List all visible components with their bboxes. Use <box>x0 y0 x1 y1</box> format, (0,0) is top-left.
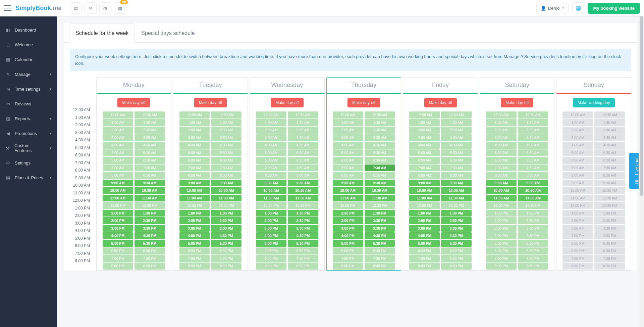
time-slot[interactable]: 11:00 AM <box>486 195 517 202</box>
time-slot[interactable]: 7:30 PM <box>365 255 395 262</box>
time-slot[interactable]: 2:30 PM <box>288 217 318 224</box>
time-slot[interactable]: 2:30 AM <box>518 127 548 134</box>
time-slot[interactable]: 7:00 PM <box>486 255 517 262</box>
time-slot[interactable]: 10:30 AM <box>594 187 625 194</box>
time-slot[interactable]: 2:00 PM <box>333 217 363 224</box>
time-slot[interactable]: 3:00 PM <box>179 225 210 232</box>
sidebar-item-manage[interactable]: ✎Manage▾ <box>0 67 57 82</box>
sidebar-item-dashboard[interactable]: ◧Dashboard <box>0 22 57 37</box>
time-slot[interactable]: 4:30 AM <box>518 142 548 149</box>
time-slot[interactable]: 12:00 PM <box>562 202 593 209</box>
time-slot[interactable]: 9:00 AM <box>103 180 133 187</box>
time-slot[interactable]: 5:00 PM <box>409 240 440 247</box>
time-slot[interactable]: 1:30 PM <box>594 210 625 217</box>
time-slot[interactable]: 5:00 PM <box>333 240 363 247</box>
time-slot[interactable]: 5:00 AM <box>409 149 440 156</box>
time-slot[interactable]: 12:30 PM <box>211 202 241 209</box>
time-slot[interactable]: 5:30 AM <box>594 149 625 156</box>
time-slot[interactable]: 7:30 AM <box>518 165 548 172</box>
sidebar-item-calendar[interactable]: ▦Calendar <box>0 52 57 67</box>
make-working-day-button[interactable]: Make working day <box>573 98 615 107</box>
time-slot[interactable]: 3:00 PM <box>256 225 286 232</box>
time-slot[interactable]: 1:00 PM <box>333 210 363 217</box>
time-slot[interactable]: 5:30 AM <box>288 149 318 156</box>
time-slot[interactable]: 6:00 PM <box>256 247 286 254</box>
time-slot[interactable]: 5:00 AM <box>256 149 286 156</box>
time-slot[interactable]: 2:00 PM <box>256 217 286 224</box>
time-slot[interactable]: 6:30 AM <box>288 157 318 164</box>
time-slot[interactable]: 8:00 AM <box>562 172 593 179</box>
time-slot[interactable]: 6:00 AM <box>409 157 440 164</box>
time-slot[interactable]: 7:00 AM <box>333 165 363 172</box>
time-slot[interactable]: 4:30 PM <box>441 232 472 239</box>
time-slot[interactable]: 9:00 AM <box>409 180 440 187</box>
time-slot[interactable]: 6:00 AM <box>103 157 133 164</box>
time-slot[interactable]: 3:00 PM <box>103 225 133 232</box>
time-slot[interactable]: 3:00 PM <box>486 225 517 232</box>
time-slot[interactable]: 1:30 AM <box>211 119 241 126</box>
time-slot[interactable]: 1:30 AM <box>441 119 472 126</box>
time-slot[interactable]: 9:30 AM <box>365 180 395 187</box>
time-slot[interactable]: 2:30 AM <box>441 127 472 134</box>
time-slot[interactable]: 8:30 AM <box>288 172 318 179</box>
mail-button[interactable]: ✉ <box>85 2 97 14</box>
scrollbar-track[interactable] <box>639 0 644 327</box>
time-slot[interactable]: 12:00 PM <box>103 202 133 209</box>
time-slot[interactable]: 7:30 PM <box>288 255 318 262</box>
time-slot[interactable]: 11:00 AM <box>256 195 286 202</box>
make-day-off-button[interactable]: Make day-off <box>271 98 303 107</box>
time-slot[interactable]: 6:30 PM <box>365 247 395 254</box>
time-slot[interactable]: 2:30 PM <box>135 217 165 224</box>
time-slot[interactable]: 3:30 PM <box>594 225 625 232</box>
time-slot[interactable]: 9:00 AM <box>562 180 593 187</box>
time-slot[interactable]: 3:00 AM <box>179 134 210 141</box>
time-slot[interactable]: 2:30 PM <box>594 217 625 224</box>
time-slot[interactable]: 1:30 AM <box>594 119 625 126</box>
time-slot[interactable]: 1:00 PM <box>486 210 517 217</box>
time-slot[interactable]: 2:00 AM <box>562 127 593 134</box>
time-slot[interactable]: 1:00 PM <box>409 210 440 217</box>
time-slot[interactable]: 11:30 AM <box>594 195 625 202</box>
time-slot[interactable]: 4:00 PM <box>179 232 210 239</box>
time-slot[interactable]: 5:00 PM <box>486 240 517 247</box>
time-slot[interactable]: 6:00 AM <box>486 157 517 164</box>
time-slot[interactable]: 5:00 PM <box>103 240 133 247</box>
time-slot[interactable]: 4:00 AM <box>256 142 286 149</box>
time-slot[interactable]: 9:00 AM <box>333 180 363 187</box>
time-slot[interactable]: 2:30 AM <box>211 127 241 134</box>
time-slot[interactable]: 7:00 AM <box>409 165 440 172</box>
time-slot[interactable]: 12:00 AM <box>179 111 210 119</box>
time-slot[interactable]: 5:30 AM <box>518 149 548 156</box>
time-slot[interactable]: 4:30 AM <box>211 142 241 149</box>
time-slot[interactable]: 6:30 PM <box>211 247 241 254</box>
time-slot[interactable]: 1:30 AM <box>135 119 165 126</box>
time-slot[interactable]: 6:00 PM <box>333 247 363 254</box>
time-slot[interactable]: 12:30 PM <box>288 202 318 209</box>
time-slot[interactable]: 12:30 PM <box>441 202 472 209</box>
time-slot[interactable]: 9:00 AM <box>179 180 210 187</box>
time-slot[interactable]: 9:30 AM <box>518 180 548 187</box>
time-slot[interactable]: 3:30 PM <box>518 225 548 232</box>
time-slot[interactable]: 3:00 PM <box>562 225 593 232</box>
view-toggle-button[interactable]: ▤ <box>70 2 82 14</box>
sidebar-item-reports[interactable]: ▥Reports▾ <box>0 111 57 126</box>
time-slot[interactable]: 7:30 AM <box>211 165 241 172</box>
time-slot[interactable]: 3:00 AM <box>409 134 440 141</box>
time-slot[interactable]: 3:00 PM <box>333 225 363 232</box>
time-slot[interactable]: 5:30 PM <box>365 240 395 247</box>
time-slot[interactable]: 12:30 AM <box>288 111 318 119</box>
time-slot[interactable]: 3:00 AM <box>486 134 517 141</box>
time-slot[interactable]: 2:00 PM <box>179 217 210 224</box>
time-slot[interactable]: 4:00 PM <box>562 232 593 239</box>
time-slot[interactable]: 6:30 AM <box>441 157 472 164</box>
time-slot[interactable]: 10:30 AM <box>135 187 165 194</box>
account-dropdown[interactable]: 👤 Demo ▼ <box>536 3 569 13</box>
time-slot[interactable]: 8:30 PM <box>518 263 548 270</box>
time-slot[interactable]: 5:30 PM <box>441 240 472 247</box>
time-slot[interactable]: 2:30 AM <box>365 127 395 134</box>
time-slot[interactable]: 2:30 PM <box>518 217 548 224</box>
time-slot[interactable]: 9:30 AM <box>211 180 241 187</box>
time-slot[interactable]: 11:30 AM <box>288 195 318 202</box>
time-slot[interactable]: 1:30 AM <box>365 119 395 126</box>
time-slot[interactable]: 12:30 PM <box>135 202 165 209</box>
